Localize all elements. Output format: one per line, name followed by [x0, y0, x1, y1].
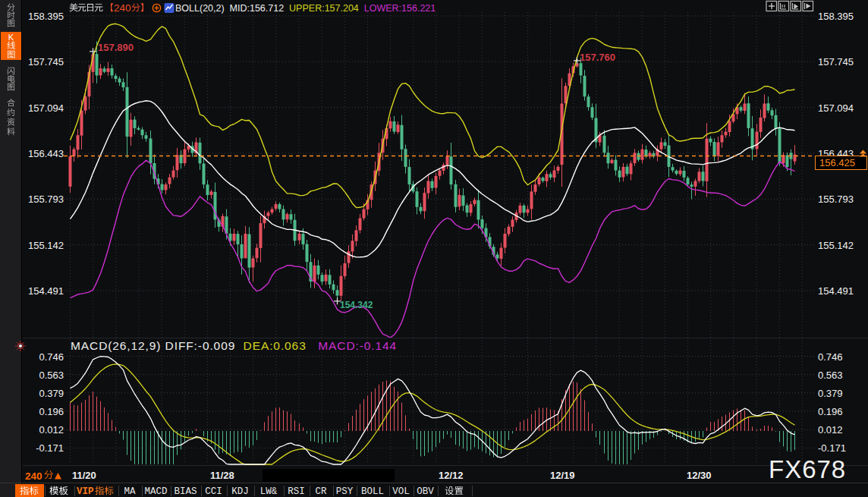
svg-text:K: K: [8, 33, 14, 42]
svg-text:VIP: VIP: [77, 486, 94, 497]
svg-text:KDJ: KDJ: [231, 486, 249, 497]
svg-text:MACD: MACD: [144, 486, 167, 497]
svg-text:VOL: VOL: [392, 486, 410, 497]
svg-text:CCI: CCI: [205, 486, 222, 497]
svg-text:MA: MA: [124, 486, 136, 497]
svg-text:BOLL: BOLL: [361, 486, 384, 497]
svg-text:240: 240: [114, 2, 131, 14]
svg-text:BIAS: BIAS: [174, 486, 197, 497]
svg-text:RSI: RSI: [288, 486, 305, 497]
svg-text:240: 240: [25, 470, 42, 482]
svg-text:CR: CR: [315, 486, 327, 497]
svg-text:LW&: LW&: [260, 486, 278, 497]
svg-text:OBV: OBV: [417, 486, 434, 497]
svg-text:PSY: PSY: [336, 486, 354, 497]
